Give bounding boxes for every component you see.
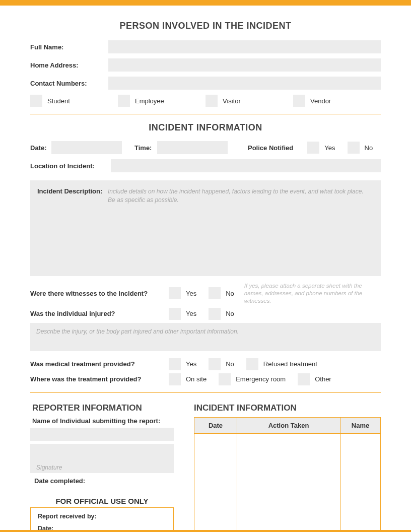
label-location: Location of Incident: bbox=[30, 162, 111, 170]
incident-description-hint: Include details on how the incident happ… bbox=[108, 187, 364, 269]
row-date-time-police: Date: Time: Police Notified Yes No bbox=[30, 141, 381, 154]
table-row bbox=[194, 433, 381, 532]
cell-action[interactable] bbox=[237, 433, 340, 532]
checkbox-employee[interactable] bbox=[118, 95, 130, 107]
checkbox-medical-no[interactable] bbox=[209, 358, 221, 370]
divider-2 bbox=[30, 392, 381, 393]
injury-hint: Describe the injury, or the body part in… bbox=[36, 328, 375, 335]
row-location: Location of Incident: bbox=[30, 159, 381, 172]
checkbox-witness-no[interactable] bbox=[209, 287, 221, 299]
checkbox-witness-yes[interactable] bbox=[169, 287, 181, 299]
th-name: Name bbox=[340, 417, 381, 433]
desc-hint-2: Be as specific as possible. bbox=[108, 196, 364, 205]
label-contact-numbers: Contact Numbers: bbox=[30, 80, 108, 87]
label-witnesses-q: Were there witnesses to the incident? bbox=[30, 290, 169, 297]
checkbox-refused[interactable] bbox=[246, 358, 258, 370]
row-injured: Was the individual injured? Yes No bbox=[30, 308, 381, 320]
label-medical-no: No bbox=[226, 360, 234, 368]
label-full-name: Full Name: bbox=[30, 43, 108, 51]
label-refused: Refused treatment bbox=[263, 360, 317, 368]
input-full-name[interactable] bbox=[108, 40, 381, 53]
incident-description-box[interactable]: Incident Description: Include details on… bbox=[30, 180, 381, 276]
section-title-incident: INCIDENT INFORMATION bbox=[30, 122, 381, 133]
label-visitor: Visitor bbox=[223, 97, 241, 105]
label-injured-yes: Yes bbox=[186, 310, 196, 317]
bottom-columns: REPORTER INFORMATION Name of Individual … bbox=[30, 403, 381, 532]
incident-table-column: INCIDENT INFORMATION Date Action Taken N… bbox=[194, 403, 381, 532]
label-student: Student bbox=[47, 97, 70, 105]
input-contact-numbers[interactable] bbox=[108, 77, 381, 90]
row-treatment-location: Where was the treatment provided? On sit… bbox=[30, 373, 381, 385]
checkbox-er[interactable] bbox=[219, 373, 231, 385]
input-date[interactable] bbox=[51, 141, 122, 154]
role-vendor: Vendor bbox=[293, 95, 381, 107]
signature-box[interactable]: Signature bbox=[30, 444, 174, 473]
role-visitor: Visitor bbox=[206, 95, 293, 107]
reporter-title: REPORTER INFORMATION bbox=[32, 403, 174, 413]
label-police-no: No bbox=[365, 144, 373, 152]
label-injured-q: Was the individual injured? bbox=[30, 310, 169, 317]
row-medical-treatment: Was medical treatment provided? Yes No R… bbox=[30, 358, 381, 370]
form-page: PERSON INVOLVED IN THE INCIDENT Full Nam… bbox=[0, 21, 411, 532]
checkbox-police-yes[interactable] bbox=[307, 142, 319, 154]
role-checkboxes: Student Employee Visitor Vendor bbox=[30, 95, 381, 107]
incident-table: Date Action Taken Name bbox=[194, 417, 381, 532]
role-student: Student bbox=[30, 95, 118, 107]
label-where-q: Where was the treatment provided? bbox=[30, 375, 169, 383]
label-time: Time: bbox=[134, 144, 157, 152]
checkbox-other[interactable] bbox=[298, 373, 310, 385]
label-witness-no: No bbox=[226, 290, 234, 297]
label-police-yes: Yes bbox=[324, 144, 335, 152]
checkbox-injured-yes[interactable] bbox=[169, 308, 181, 320]
label-vendor: Vendor bbox=[310, 97, 331, 105]
checkbox-vendor[interactable] bbox=[293, 95, 305, 107]
label-other: Other bbox=[315, 375, 331, 383]
witness-hint: If yes, please attach a separate sheet w… bbox=[244, 282, 381, 305]
label-date-completed: Date completed: bbox=[34, 477, 174, 485]
label-signature: Signature bbox=[36, 464, 62, 471]
official-box: Report received by: Date: bbox=[30, 507, 174, 532]
input-time[interactable] bbox=[157, 141, 228, 154]
section-title-person: PERSON INVOLVED IN THE INCIDENT bbox=[30, 21, 381, 31]
label-police-notified: Police Notified bbox=[248, 144, 293, 152]
incident-table-title: INCIDENT INFORMATION bbox=[194, 403, 381, 413]
label-medical-q: Was medical treatment provided? bbox=[30, 360, 169, 368]
checkbox-injured-no[interactable] bbox=[209, 308, 221, 320]
desc-hint-1: Include details on how the incident happ… bbox=[108, 187, 364, 196]
input-home-address[interactable] bbox=[108, 58, 381, 72]
row-contact-numbers: Contact Numbers: bbox=[30, 77, 381, 90]
injury-description-box[interactable]: Describe the injury, or the body part in… bbox=[30, 323, 381, 351]
th-date: Date bbox=[194, 417, 237, 433]
official-title: FOR OFFICIAL USE ONLY bbox=[30, 497, 174, 505]
label-employee: Employee bbox=[135, 97, 164, 105]
label-incident-description: Incident Description: bbox=[37, 187, 108, 269]
row-home-address: Home Address: bbox=[30, 58, 381, 72]
checkbox-visitor[interactable] bbox=[206, 95, 218, 107]
checkbox-medical-yes[interactable] bbox=[169, 358, 181, 370]
label-injured-no: No bbox=[226, 310, 234, 317]
label-received-by: Report received by: bbox=[38, 513, 166, 520]
th-action: Action Taken bbox=[237, 417, 340, 433]
divider-1 bbox=[30, 114, 381, 114]
label-medical-yes: Yes bbox=[186, 360, 196, 368]
input-reporter-name[interactable] bbox=[30, 428, 174, 441]
row-witnesses: Were there witnesses to the incident? Ye… bbox=[30, 282, 381, 305]
cell-date[interactable] bbox=[194, 433, 237, 532]
label-date: Date: bbox=[30, 144, 51, 152]
reporter-column: REPORTER INFORMATION Name of Individual … bbox=[30, 403, 174, 532]
top-accent-bar bbox=[0, 0, 411, 6]
input-location[interactable] bbox=[111, 159, 381, 172]
checkbox-police-no[interactable] bbox=[348, 142, 360, 154]
label-witness-yes: Yes bbox=[186, 290, 196, 297]
role-employee: Employee bbox=[118, 95, 206, 107]
row-full-name: Full Name: bbox=[30, 40, 381, 53]
label-onsite: On site bbox=[186, 375, 207, 383]
checkbox-onsite[interactable] bbox=[169, 373, 181, 385]
cell-name[interactable] bbox=[340, 433, 381, 532]
checkbox-student[interactable] bbox=[30, 95, 42, 107]
label-reporter-name: Name of Individual submitting the report… bbox=[32, 417, 174, 425]
label-home-address: Home Address: bbox=[30, 61, 108, 69]
label-er: Emergency room bbox=[236, 375, 286, 383]
bottom-accent-bar bbox=[0, 530, 411, 532]
